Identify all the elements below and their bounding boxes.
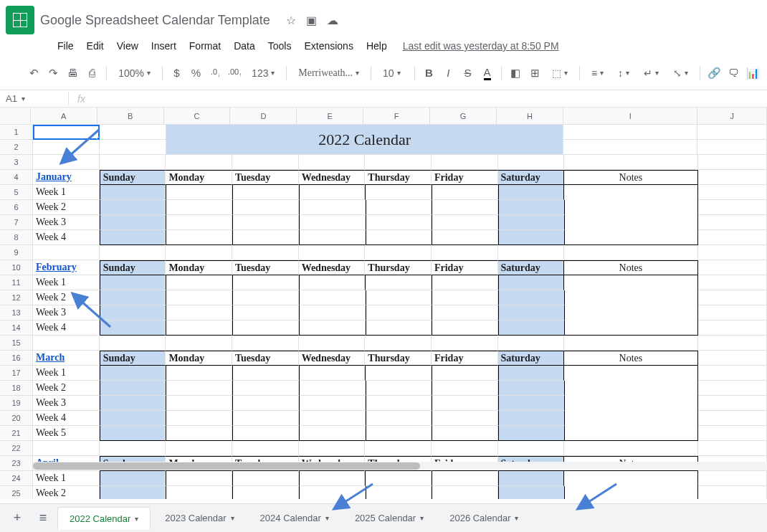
font-select[interactable]: Merriweath...▾ <box>292 67 365 79</box>
cell[interactable] <box>498 185 565 200</box>
currency-button[interactable]: $ <box>168 63 185 83</box>
menu-edit[interactable]: Edit <box>81 37 110 54</box>
row-header-25[interactable]: 25 <box>0 486 33 499</box>
menu-extensions[interactable]: Extensions <box>298 37 358 54</box>
cell[interactable] <box>698 305 767 320</box>
percent-button[interactable]: % <box>188 63 204 83</box>
notes-header[interactable]: Notes <box>564 170 697 185</box>
notes-cell[interactable] <box>564 471 697 499</box>
column-header-B[interactable]: B <box>97 108 164 125</box>
row-header-11[interactable]: 11 <box>0 275 33 290</box>
cell[interactable] <box>498 305 565 320</box>
cell[interactable] <box>365 336 432 351</box>
row-header-12[interactable]: 12 <box>0 290 33 305</box>
cell[interactable] <box>698 215 767 230</box>
cell[interactable] <box>498 155 565 170</box>
name-box[interactable]: A1▾ <box>0 92 69 105</box>
cell[interactable] <box>166 200 232 215</box>
cell[interactable] <box>366 320 432 336</box>
cell[interactable] <box>166 411 232 426</box>
cell[interactable] <box>33 441 100 456</box>
cell[interactable] <box>100 245 166 260</box>
menu-format[interactable]: Format <box>184 37 227 54</box>
cell[interactable] <box>100 411 166 426</box>
cell[interactable] <box>366 230 432 245</box>
week-label[interactable]: Week 4 <box>33 230 100 245</box>
column-header-J[interactable]: J <box>697 108 767 125</box>
cell[interactable] <box>166 426 232 441</box>
day-header[interactable]: Saturday <box>498 170 565 185</box>
formula-bar[interactable] <box>94 90 767 107</box>
wrap-button[interactable]: ↵▾ <box>638 67 664 79</box>
cell[interactable] <box>698 230 767 245</box>
font-size-select[interactable]: 10▾ <box>377 67 409 79</box>
cell[interactable] <box>432 320 498 336</box>
cell[interactable] <box>33 336 100 351</box>
cell[interactable] <box>366 215 432 230</box>
cell[interactable] <box>299 185 366 200</box>
cell[interactable] <box>498 471 565 486</box>
cell[interactable] <box>498 366 565 381</box>
day-header[interactable]: Tuesday <box>232 170 299 185</box>
cell[interactable] <box>432 185 498 200</box>
row-header-4[interactable]: 4 <box>0 170 33 185</box>
cell[interactable] <box>498 441 565 456</box>
cell[interactable] <box>33 140 100 155</box>
cell[interactable] <box>232 320 299 336</box>
cell[interactable] <box>432 155 498 170</box>
week-label[interactable]: Week 1 <box>33 471 100 486</box>
cell[interactable] <box>100 155 166 170</box>
row-header-3[interactable]: 3 <box>0 155 33 170</box>
cell[interactable] <box>299 320 366 336</box>
day-header[interactable]: Tuesday <box>232 260 299 275</box>
calendar-title[interactable]: 2022 Calendar <box>166 125 563 155</box>
cell[interactable] <box>366 305 432 320</box>
cell[interactable] <box>498 486 565 499</box>
cell[interactable] <box>563 140 697 155</box>
cell[interactable] <box>365 366 432 381</box>
bold-button[interactable]: B <box>421 63 437 83</box>
number-format-select[interactable]: 123▾ <box>246 67 280 79</box>
cell[interactable] <box>232 155 299 170</box>
cell[interactable] <box>299 426 366 441</box>
all-sheets-button[interactable]: ≡ <box>32 507 54 530</box>
day-header[interactable]: Sunday <box>100 260 166 275</box>
row-header-18[interactable]: 18 <box>0 381 33 396</box>
cell[interactable] <box>698 366 767 381</box>
strike-button[interactable]: S <box>459 63 476 83</box>
day-header[interactable]: Thursday <box>365 170 432 185</box>
cell[interactable] <box>365 471 432 486</box>
cell[interactable] <box>299 290 366 305</box>
row-header-15[interactable]: 15 <box>0 336 33 351</box>
menu-view[interactable]: View <box>111 37 144 54</box>
cell[interactable] <box>232 471 299 486</box>
row-header-16[interactable]: 16 <box>0 351 33 366</box>
day-header[interactable]: Tuesday <box>232 351 299 366</box>
cell[interactable] <box>366 396 432 411</box>
document-title[interactable]: Google Spreadsheet Calendar Template <box>40 13 270 28</box>
paint-format-button[interactable]: ⎙ <box>84 63 100 83</box>
cell[interactable] <box>232 305 299 320</box>
column-header-I[interactable]: I <box>563 108 698 125</box>
cell[interactable] <box>100 320 166 336</box>
cell[interactable] <box>366 381 432 396</box>
cell[interactable] <box>498 336 565 351</box>
cell[interactable] <box>698 426 767 441</box>
row-header-24[interactable]: 24 <box>0 471 33 486</box>
row-header-6[interactable]: 6 <box>0 200 33 215</box>
italic-button[interactable]: I <box>440 63 457 83</box>
chart-button[interactable]: 📊 <box>745 63 761 83</box>
cell[interactable] <box>366 486 432 499</box>
notes-header[interactable]: Notes <box>564 260 697 275</box>
week-label[interactable]: Week 5 <box>33 426 100 441</box>
v-align-button[interactable]: ↕▾ <box>612 67 635 79</box>
cell[interactable] <box>498 411 565 426</box>
cell[interactable] <box>432 245 498 260</box>
cell[interactable] <box>299 441 366 456</box>
cell[interactable] <box>100 366 166 381</box>
week-label[interactable]: Week 3 <box>33 396 100 411</box>
cell[interactable] <box>100 336 166 351</box>
cell[interactable] <box>299 200 366 215</box>
cell[interactable] <box>366 411 432 426</box>
cell[interactable] <box>698 441 767 456</box>
